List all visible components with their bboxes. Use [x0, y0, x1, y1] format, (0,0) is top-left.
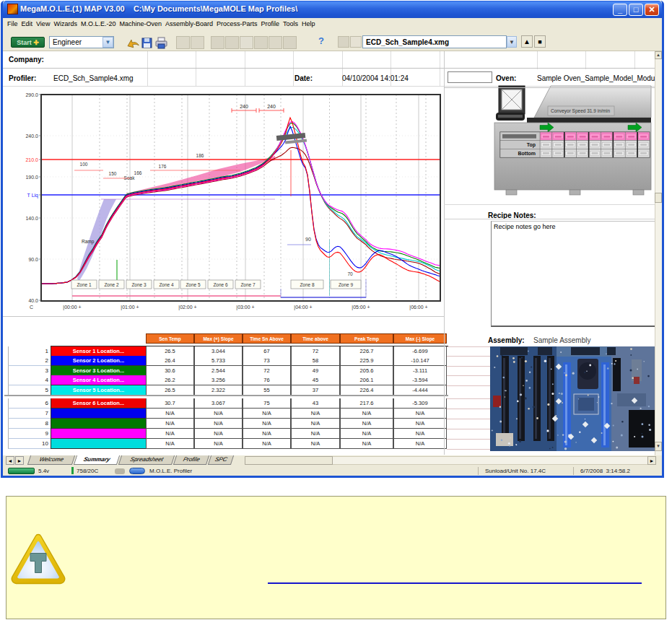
svg-text:186: 186 — [196, 153, 204, 158]
svg-text:Bottom: Bottom — [518, 151, 536, 156]
svg-text:|02:00 +: |02:00 + — [178, 305, 196, 310]
svg-text:Zone 9: Zone 9 — [339, 282, 354, 287]
svg-text:190.0: 190.0 — [25, 175, 38, 180]
svg-text:|04:00 +: |04:00 + — [294, 305, 312, 310]
svg-text:40.0: 40.0 — [28, 298, 38, 303]
svg-text:Zone 4: Zone 4 — [159, 282, 174, 287]
svg-text:210.0: 210.0 — [25, 157, 38, 162]
svg-text:|06:00 +: |06:00 + — [409, 305, 427, 310]
svg-text:|05:00 +: |05:00 + — [352, 305, 370, 310]
svg-text:140.0: 140.0 — [25, 216, 38, 221]
svg-text:Conveyor Speed 31.9 in/min: Conveyor Speed 31.9 in/min — [551, 108, 610, 114]
svg-text:70: 70 — [347, 271, 353, 276]
svg-text:Soak: Soak — [124, 175, 136, 180]
svg-text:Zone 5: Zone 5 — [186, 282, 201, 287]
svg-text:90: 90 — [305, 237, 311, 242]
svg-text:C: C — [30, 305, 33, 310]
svg-text:Zone 8: Zone 8 — [300, 282, 315, 287]
svg-text:T Liq: T Liq — [27, 193, 39, 198]
svg-text:Zone 6: Zone 6 — [213, 282, 228, 287]
svg-text:290.0: 290.0 — [25, 92, 38, 97]
svg-text:90.0: 90.0 — [28, 257, 38, 262]
svg-text:|03:00 +: |03:00 + — [236, 305, 254, 310]
svg-text:|00:00 +: |00:00 + — [63, 305, 81, 310]
svg-text:Ramp: Ramp — [82, 239, 95, 245]
svg-text:150: 150 — [109, 171, 117, 176]
svg-text:166: 166 — [134, 170, 142, 175]
svg-text:240: 240 — [267, 104, 276, 109]
svg-text:240: 240 — [240, 104, 248, 109]
svg-text:Zone 2: Zone 2 — [104, 282, 119, 287]
svg-text:Top: Top — [527, 142, 536, 148]
svg-text:100: 100 — [80, 162, 88, 167]
svg-text:Zone 3: Zone 3 — [131, 282, 147, 287]
svg-text:Zone 1: Zone 1 — [77, 282, 92, 287]
svg-text:240.0: 240.0 — [25, 134, 38, 139]
svg-text:Zone 7: Zone 7 — [240, 282, 256, 287]
svg-text:|01:00 +: |01:00 + — [121, 305, 139, 310]
svg-text:176: 176 — [159, 164, 167, 169]
